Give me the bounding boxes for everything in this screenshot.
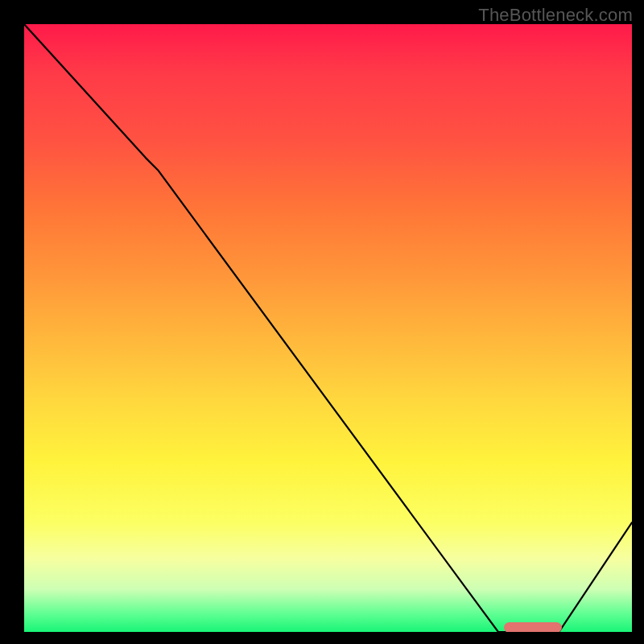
chart-container: TheBottleneck.com: [0, 0, 644, 644]
bottleneck-curve: [24, 24, 632, 632]
plot-area: [24, 24, 632, 632]
watermark-text: TheBottleneck.com: [478, 5, 633, 26]
optimal-marker: [504, 622, 562, 632]
